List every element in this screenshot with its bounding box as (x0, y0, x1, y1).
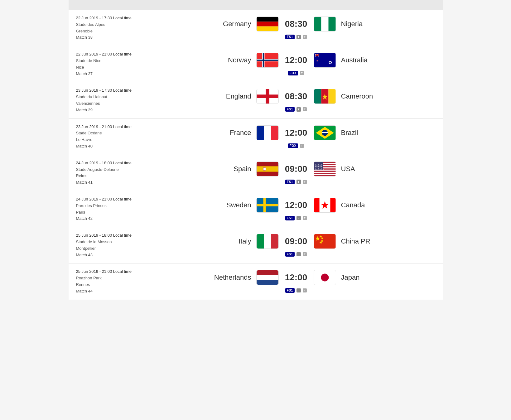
svg-point-69 (321, 274, 329, 282)
match-info: 23 Jun 2019 - 21:00 Local time Stade Océ… (76, 124, 157, 150)
match-score: 09:00 (284, 164, 309, 174)
team2-name: Cameroon (341, 92, 378, 100)
teams-row: Sweden 12:00 Canada (214, 198, 378, 213)
match-date: 22 Jun 2019 - 21:00 Local time (76, 51, 157, 58)
broadcaster-row: FOXT (288, 71, 304, 75)
match-venue: Stade Auguste-Delaune (76, 167, 157, 173)
match-number: Match 40 (76, 143, 157, 150)
teams-row: France 12:00 Brazil (214, 125, 378, 140)
match-number: Match 37 (76, 71, 157, 77)
telemundo-deportes-badge: T (303, 288, 307, 292)
telemundo-badge: T (296, 180, 301, 184)
fs1-badge: FS1 (285, 252, 295, 257)
match-row-7: 25 Jun 2019 - 18:00 Local time Stade de … (69, 227, 443, 263)
match-score: 12:00 (284, 200, 309, 210)
svg-rect-0 (257, 17, 278, 22)
team1-flag (256, 53, 279, 68)
team2-name: Japan (341, 273, 378, 282)
match-city: Nice (76, 64, 157, 71)
match-teams: England 08:30 Cameroon FS1TT (157, 89, 435, 112)
team1-flag (256, 17, 279, 31)
svg-rect-3 (314, 17, 321, 31)
svg-rect-66 (257, 275, 278, 280)
match-info: 24 Jun 2019 - 18:00 Local time Stade Aug… (76, 160, 157, 186)
team2-flag: 🇦🇺 (314, 53, 336, 68)
team2-name: China PR (341, 237, 378, 245)
match-date: 25 Jun 2019 - 18:00 Local time (76, 232, 157, 239)
svg-text:🇦🇺: 🇦🇺 (316, 60, 320, 63)
svg-text:★★★★★★: ★★★★★★ (315, 168, 324, 170)
match-number: Match 39 (76, 107, 157, 113)
team2-name: Canada (341, 201, 378, 209)
match-venue: Roazhon Park (76, 275, 157, 282)
fs1-badge: FS1 (285, 107, 295, 112)
match-venue: Stade des Alpes (76, 22, 157, 28)
match-venue: Stade Océane (76, 130, 157, 137)
match-score: 08:30 (284, 91, 309, 101)
svg-text:★★★★★: ★★★★★ (315, 166, 322, 168)
team1-flag (256, 234, 279, 249)
match-date: 24 Jun 2019 - 18:00 Local time (76, 160, 157, 167)
svg-rect-65 (257, 270, 278, 275)
match-city: Le Havre (76, 137, 157, 143)
match-city: Montpellier (76, 245, 157, 252)
match-city: Reims (76, 173, 157, 179)
match-teams: Italy 09:00 China PR FS1UT (157, 234, 435, 257)
team1-name: Spain (214, 165, 251, 173)
match-number: Match 38 (76, 34, 157, 41)
match-date: 24 Jun 2019 - 21:00 Local time (76, 196, 157, 203)
svg-rect-57 (264, 234, 271, 249)
match-city: Rennes (76, 282, 157, 288)
telemundo-badge: T (296, 107, 301, 112)
broadcaster-row: FS1UT (285, 216, 307, 220)
team1-name: England (214, 92, 251, 100)
team2-name: Australia (341, 56, 378, 64)
team1-name: Germany (214, 20, 251, 28)
svg-rect-42 (314, 171, 335, 172)
team2-flag (314, 89, 336, 104)
fs1-badge: FS1 (285, 216, 295, 220)
telemundo-deportes-badge: T (303, 107, 307, 111)
match-teams: Norway 12:00 🇦🇺 Australia FOXT (157, 53, 435, 75)
teams-row: Netherlands 12:00 Japan (214, 270, 378, 285)
match-number: Match 42 (76, 215, 157, 222)
svg-rect-34 (257, 171, 278, 173)
teams-row: Norway 12:00 🇦🇺 Australia (214, 53, 378, 68)
telemundo-deportes-badge: T (303, 216, 307, 220)
team2-flag (314, 234, 336, 249)
matches-container: 22 Jun 2019 - 17:30 Local time Stade des… (69, 10, 443, 300)
team2-flag (314, 125, 336, 140)
broadcaster-row: FS1UT (285, 252, 307, 257)
match-number: Match 43 (76, 252, 157, 258)
svg-text:★★★★★★: ★★★★★★ (315, 164, 324, 166)
match-info: 24 Jun 2019 - 21:00 Local time Parc des … (76, 196, 157, 222)
match-date: 25 Jun 2019 - 21:00 Local time (76, 268, 157, 275)
match-teams: France 12:00 Brazil FOXT (157, 125, 435, 148)
svg-rect-44 (314, 175, 335, 176)
match-teams: Netherlands 12:00 Japan FS1UT (157, 270, 435, 293)
team1-flag (256, 198, 279, 213)
teams-row: Germany 08:30 Nigeria (214, 17, 378, 31)
match-teams: Sweden 12:00 Canada FS1UT (157, 198, 435, 220)
match-row-4: 23 Jun 2019 - 21:00 Local time Stade Océ… (69, 119, 443, 155)
svg-rect-58 (271, 234, 278, 249)
svg-rect-30 (322, 132, 328, 133)
match-row-6: 24 Jun 2019 - 21:00 Local time Parc des … (69, 191, 443, 227)
match-city: Paris (76, 209, 157, 216)
match-number: Match 44 (76, 288, 157, 295)
team1-name: Sweden (214, 201, 251, 209)
broadcaster-row: FS1UT (285, 288, 307, 293)
svg-rect-1 (257, 22, 278, 26)
fox-badge: FOX (288, 71, 298, 75)
teams-row: England 08:30 Cameroon (214, 89, 378, 104)
telemundo-deportes-badge: T (300, 71, 304, 75)
match-venue: Stade de la Mosson (76, 239, 157, 245)
fs1-badge: FS1 (285, 288, 295, 293)
universo-badge: U (296, 252, 301, 256)
svg-rect-53 (330, 198, 335, 212)
fs1-badge: FS1 (285, 35, 295, 39)
team1-name: Norway (214, 56, 251, 64)
svg-rect-4 (321, 17, 328, 31)
team1-flag (256, 125, 279, 140)
team1-name: France (214, 129, 251, 137)
